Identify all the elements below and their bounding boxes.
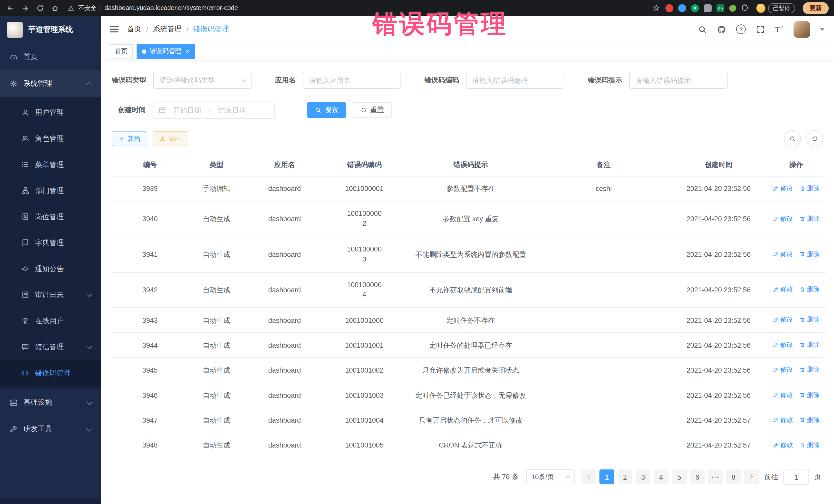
delete-link[interactable]: 删除	[799, 416, 820, 424]
github-icon[interactable]	[717, 25, 726, 34]
extension-icon-blue[interactable]	[678, 4, 686, 12]
page-button-5[interactable]: 5	[672, 469, 687, 484]
error-type-select[interactable]: 请选择错误码类型	[153, 72, 251, 89]
profile-chip[interactable]: 已暂停	[756, 3, 795, 13]
edit-link[interactable]: 修改	[773, 250, 793, 258]
bookmark-star-icon[interactable]	[653, 4, 660, 12]
delete-link[interactable]: 删除	[799, 214, 820, 223]
t b-home[interactable]: 首页	[110, 44, 133, 59]
sidebar-item-post[interactable]: 岗位管理	[0, 203, 101, 230]
delete-link[interactable]: 删除	[799, 366, 820, 374]
fullscreen-icon[interactable]	[756, 25, 765, 34]
sidebar-item-notice[interactable]: 通知公告	[0, 256, 101, 282]
sidebar-item-role[interactable]: 角色管理	[0, 126, 101, 152]
page-button-8[interactable]: 8	[726, 469, 741, 484]
edit-link[interactable]: 修改	[773, 214, 793, 223]
add-button[interactable]: 新增	[112, 131, 147, 146]
search-button[interactable]: 搜索	[307, 102, 346, 118]
edit-link[interactable]: 修改	[773, 441, 793, 450]
address-bar[interactable]: 不安全 dashboard.yudao.iocoder.cn/system/er…	[67, 4, 660, 12]
goto-page-input[interactable]	[784, 469, 809, 485]
sidebar-item-user[interactable]: 用户管理	[0, 99, 101, 126]
edit-link[interactable]: 修改	[773, 315, 793, 324]
edit-link[interactable]: 修改	[773, 416, 793, 424]
page-button-6[interactable]: 6	[690, 469, 705, 484]
delete-link[interactable]: 删除	[799, 441, 820, 450]
browser-update-button[interactable]: 更新	[803, 2, 829, 14]
toggle-search-button[interactable]	[784, 130, 801, 147]
sidebar-item-online[interactable]: 在线用户	[0, 308, 101, 334]
sidebar-item-tools[interactable]: 研发工具	[0, 416, 101, 442]
delete-link[interactable]: 删除	[799, 391, 820, 399]
sidebar-item-audit[interactable]: 审计日志	[0, 282, 101, 308]
extensions-puzzle-icon[interactable]	[741, 4, 749, 12]
page-button-4[interactable]: 4	[654, 469, 668, 484]
extension-icon-red[interactable]	[665, 4, 673, 12]
error-code-input[interactable]	[466, 72, 564, 89]
extension-icon-on-badge[interactable]: on	[717, 4, 724, 12]
breadcrumb-system[interactable]: 系统管理	[153, 24, 182, 34]
not-secure-warning-icon	[67, 5, 74, 12]
edit-link[interactable]: 修改	[773, 341, 793, 349]
end-date-input[interactable]	[215, 106, 250, 114]
delete-link[interactable]: 删除	[799, 341, 820, 349]
delete-link[interactable]: 删除	[799, 285, 820, 294]
chevron-down-icon[interactable]	[820, 28, 825, 30]
next-page-button[interactable]	[744, 469, 759, 484]
error-hint-input[interactable]	[629, 72, 727, 89]
delete-link[interactable]: 删除	[799, 184, 820, 193]
edit-icon	[773, 185, 779, 191]
forward-icon[interactable]	[21, 4, 29, 12]
delete-link-label: 删除	[807, 285, 820, 294]
app-name-input[interactable]	[303, 72, 401, 89]
extension-icon-leaf[interactable]	[729, 5, 736, 12]
edit-link[interactable]: 修改	[773, 391, 793, 399]
reload-icon[interactable]	[36, 4, 44, 12]
app-logo[interactable]: 芋道管理系统	[0, 16, 101, 44]
page-button-3[interactable]: 3	[636, 469, 651, 484]
delete-link[interactable]: 删除	[799, 315, 820, 324]
prev-page-button[interactable]	[581, 469, 596, 484]
start-date-input[interactable]	[170, 106, 205, 114]
tab-error-code[interactable]: 错误码管理 ×	[137, 44, 195, 59]
page-button-2[interactable]: 2	[617, 469, 632, 484]
extension-icon-green-v[interactable]: V	[691, 4, 699, 12]
breadcrumb-home[interactable]: 首页	[127, 24, 141, 34]
edit-link[interactable]: 修改	[773, 184, 793, 193]
sidebar-item-infra[interactable]: 基础设施	[0, 389, 101, 416]
reset-button[interactable]: 重置	[353, 102, 392, 118]
sidebar-item-error-code[interactable]: 错误码管理	[0, 360, 101, 386]
extension-icon-gray[interactable]	[704, 4, 711, 12]
font-size-icon[interactable]: TT	[775, 25, 784, 33]
page-button-1[interactable]: 1	[599, 469, 614, 484]
cell-id: 3944	[112, 333, 188, 358]
export-button[interactable]: 导出	[153, 131, 188, 146]
sidebar-item-system[interactable]: 系统管理	[0, 70, 101, 97]
home-icon[interactable]	[51, 4, 59, 12]
sidebar-item-home[interactable]: 首页	[0, 44, 101, 70]
delete-link-label: 删除	[807, 184, 820, 193]
cell-time: 2021-04-20 23:52:57	[670, 433, 767, 458]
help-icon[interactable]: ?	[736, 24, 746, 34]
close-icon[interactable]: ×	[185, 48, 190, 54]
refresh-table-button[interactable]	[806, 130, 823, 147]
page-ellipsis[interactable]: ···	[708, 469, 723, 484]
cell-app: dashboard	[245, 201, 324, 237]
sidebar-item-dept[interactable]: 部门管理	[0, 178, 101, 204]
table-row: 3943自动生成dashboard1001001000定时任务不存在2021-0…	[112, 308, 826, 333]
hamburger-menu-icon[interactable]	[110, 26, 118, 32]
date-range-picker[interactable]: -	[153, 102, 275, 118]
delete-link[interactable]: 删除	[799, 250, 820, 258]
edit-icon	[773, 286, 779, 292]
sidebar-item-dict[interactable]: 字典管理	[0, 230, 101, 256]
back-icon[interactable]	[6, 4, 14, 12]
search-icon[interactable]	[698, 25, 707, 34]
edit-link[interactable]: 修改	[773, 285, 793, 294]
extensions-area: V on	[665, 4, 749, 12]
page-size-select[interactable]: 10条/页	[526, 469, 575, 484]
sidebar-item-sms[interactable]: 短信管理	[0, 334, 101, 360]
user-avatar[interactable]	[793, 21, 810, 38]
edit-icon	[773, 251, 779, 257]
sidebar-item-menu[interactable]: 菜单管理	[0, 151, 101, 178]
edit-link[interactable]: 修改	[773, 366, 793, 374]
